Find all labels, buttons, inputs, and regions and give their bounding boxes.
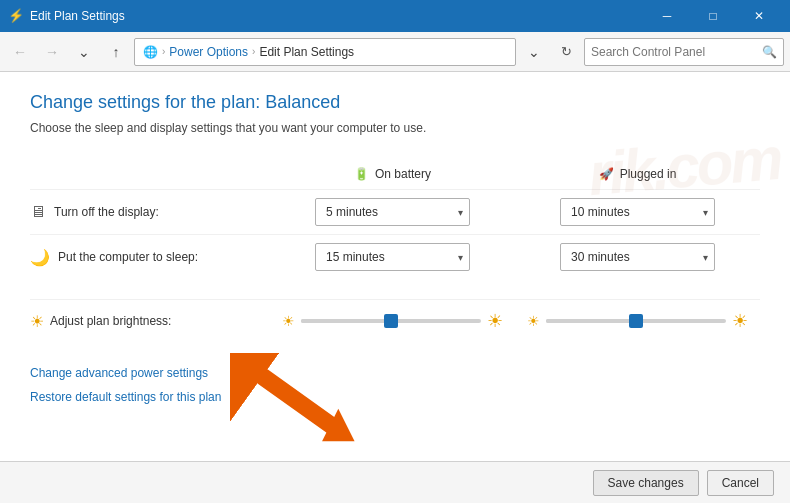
sleep-icon: 🌙 <box>30 248 50 267</box>
sleep-battery-cell: 15 minutes ▾ <box>270 234 515 279</box>
brightness-min-icon: ☀ <box>282 313 295 329</box>
brightness-row: ☀ Adjust plan brightness: ☀ ☀ ☀ ☀ <box>30 299 760 342</box>
sleep-plugged-dropdown[interactable]: 30 minutes ▾ <box>560 243 715 271</box>
sleep-battery-dropdown[interactable]: 15 minutes ▾ <box>315 243 470 271</box>
dropdown-arrow-icon-3: ▾ <box>458 252 463 263</box>
slider-thumb[interactable] <box>384 314 398 328</box>
brightness-label: ☀ Adjust plan brightness: <box>30 312 270 331</box>
window-title: Edit Plan Settings <box>30 9 644 23</box>
dropdown-arrow-icon-2: ▾ <box>703 207 708 218</box>
battery-icon: 🔋 <box>354 167 369 181</box>
app-icon: ⚡ <box>8 8 24 24</box>
sleep-label: 🌙 Put the computer to sleep: <box>30 234 270 279</box>
brightness-max-icon-2: ☀ <box>732 310 748 332</box>
search-icon: 🔍 <box>762 45 777 59</box>
svg-marker-1 <box>322 409 355 442</box>
up-button[interactable]: ↑ <box>102 38 130 66</box>
turn-off-display-battery-cell: 5 minutes ▾ <box>270 189 515 234</box>
search-input[interactable] <box>591 45 762 59</box>
turn-off-display-plugged-cell: 10 minutes ▾ <box>515 189 760 234</box>
slider-thumb-2[interactable] <box>629 314 643 328</box>
dropdown-history-button[interactable]: ⌄ <box>520 38 548 66</box>
advanced-settings-link[interactable]: Change advanced power settings <box>30 366 760 380</box>
window-controls: ─ □ ✕ <box>644 0 782 32</box>
search-box[interactable]: 🔍 <box>584 38 784 66</box>
on-battery-header: 🔋 On battery <box>270 159 515 189</box>
page-title: Change settings for the plan: Balanced <box>30 92 760 113</box>
forward-button[interactable]: → <box>38 38 66 66</box>
main-content: rik.com Change settings for the plan: Ba… <box>0 72 790 503</box>
display-icon: 🖥 <box>30 203 46 221</box>
turn-off-display-plugged-dropdown[interactable]: 10 minutes ▾ <box>560 198 715 226</box>
links-section: Change advanced power settings Restore d… <box>30 366 760 404</box>
label-column-header <box>30 159 270 189</box>
recent-button[interactable]: ⌄ <box>70 38 98 66</box>
plugged-brightness-slider[interactable] <box>546 319 726 323</box>
refresh-button[interactable]: ↻ <box>552 38 580 66</box>
restore-defaults-link[interactable]: Restore default settings for this plan <box>30 390 760 404</box>
save-changes-button[interactable]: Save changes <box>593 470 699 496</box>
plugged-icon: 🚀 <box>599 167 614 181</box>
slider-fill <box>301 319 391 323</box>
cancel-button[interactable]: Cancel <box>707 470 774 496</box>
turn-off-display-battery-value: 5 minutes <box>326 205 458 219</box>
address-bar: ← → ⌄ ↑ 🌐 › Power Options › Edit Plan Se… <box>0 32 790 72</box>
sleep-plugged-value: 30 minutes <box>571 250 703 264</box>
breadcrumb: 🌐 › Power Options › Edit Plan Settings <box>134 38 516 66</box>
bottom-bar: Save changes Cancel <box>0 461 790 503</box>
breadcrumb-current: Edit Plan Settings <box>259 45 354 59</box>
breadcrumb-globe-icon: 🌐 <box>143 45 158 59</box>
sleep-battery-value: 15 minutes <box>326 250 458 264</box>
minimize-button[interactable]: ─ <box>644 0 690 32</box>
dropdown-arrow-icon-4: ▾ <box>703 252 708 263</box>
battery-brightness-control: ☀ ☀ <box>270 310 515 332</box>
brightness-min-icon-2: ☀ <box>527 313 540 329</box>
battery-brightness-slider[interactable] <box>301 319 481 323</box>
title-bar: ⚡ Edit Plan Settings ─ □ ✕ <box>0 0 790 32</box>
turn-off-display-label: 🖥 Turn off the display: <box>30 189 270 234</box>
slider-fill-2 <box>546 319 636 323</box>
plugged-brightness-control: ☀ ☀ <box>515 310 760 332</box>
settings-grid: 🔋 On battery 🚀 Plugged in 🖥 Turn off the… <box>30 159 760 279</box>
breadcrumb-power-options[interactable]: Power Options <box>169 45 248 59</box>
sleep-plugged-cell: 30 minutes ▾ <box>515 234 760 279</box>
plugged-in-header: 🚀 Plugged in <box>515 159 760 189</box>
dropdown-arrow-icon: ▾ <box>458 207 463 218</box>
back-button[interactable]: ← <box>6 38 34 66</box>
close-button[interactable]: ✕ <box>736 0 782 32</box>
turn-off-display-plugged-value: 10 minutes <box>571 205 703 219</box>
turn-off-display-battery-dropdown[interactable]: 5 minutes ▾ <box>315 198 470 226</box>
page-subtitle: Choose the sleep and display settings th… <box>30 121 760 135</box>
maximize-button[interactable]: □ <box>690 0 736 32</box>
brightness-icon: ☀ <box>30 312 44 331</box>
brightness-max-icon: ☀ <box>487 310 503 332</box>
